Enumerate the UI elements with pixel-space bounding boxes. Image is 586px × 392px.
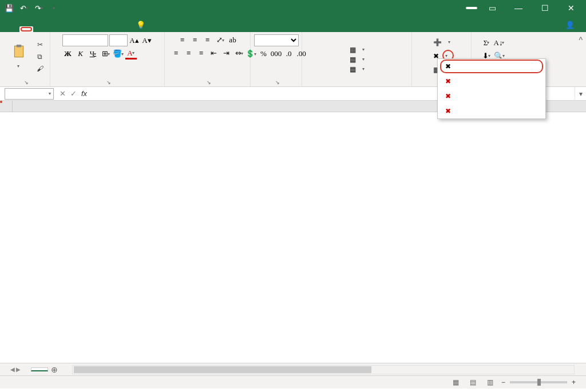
italic-button[interactable]: К bbox=[75, 48, 86, 60]
border-icon[interactable]: ⊞▾ bbox=[100, 48, 112, 60]
redo-icon[interactable]: ↷▾ bbox=[33, 2, 45, 14]
paste-button[interactable]: ▾ bbox=[5, 36, 33, 77]
minimize-icon[interactable]: — bbox=[507, 0, 530, 16]
svg-rect-1 bbox=[16, 45, 21, 47]
page-break-view-icon[interactable]: ▥ bbox=[484, 377, 497, 387]
align-bottom-icon[interactable]: ≡ bbox=[202, 34, 213, 46]
collapse-ribbon-icon[interactable]: ^ bbox=[575, 32, 586, 86]
delete-sheet-icon: ✖ bbox=[444, 106, 453, 116]
number-launcher-icon[interactable]: ↘ bbox=[275, 80, 280, 85]
increase-indent-icon[interactable]: ⇥ bbox=[221, 47, 232, 59]
login-button[interactable] bbox=[466, 7, 477, 9]
sheet-nav[interactable]: ◀ ▶ bbox=[0, 366, 31, 373]
group-number: 💲▾ % 000 .0 .00 ↘ bbox=[251, 32, 302, 86]
sheet-tab-bar: ◀ ▶ ⊕ bbox=[0, 363, 586, 375]
decrease-indent-icon[interactable]: ⇤ bbox=[208, 47, 220, 59]
conditional-formatting-button[interactable]: ▦▾ bbox=[350, 46, 365, 54]
align-right-icon[interactable]: ≡ bbox=[196, 47, 207, 59]
quick-access-toolbar: 💾 ↶▾ ↷▾ ▾ bbox=[3, 2, 60, 14]
group-clipboard: ▾ ✂ ⧉ 🖌 ↘ bbox=[0, 32, 50, 86]
format-painter-icon[interactable]: 🖌 bbox=[35, 64, 45, 74]
save-icon[interactable]: 💾 bbox=[3, 2, 15, 14]
tell-me[interactable]: 💡 bbox=[129, 18, 155, 32]
decrease-font-icon[interactable]: A▾ bbox=[141, 35, 153, 46]
format-as-table-button[interactable]: ▦▾ bbox=[350, 56, 365, 64]
delete-cols-menuitem[interactable]: ✖ bbox=[438, 89, 545, 104]
autosum-icon[interactable]: Σ▾ bbox=[481, 37, 492, 49]
delete-cells-icon: ✖ bbox=[444, 62, 453, 71]
number-format-select[interactable] bbox=[254, 34, 299, 46]
tab-view[interactable] bbox=[102, 26, 116, 32]
alignment-launcher-icon[interactable]: ↘ bbox=[207, 80, 211, 85]
zoom-slider[interactable] bbox=[510, 381, 567, 383]
insert-cells-icon: ➕ bbox=[433, 38, 442, 46]
maximize-icon[interactable]: ☐ bbox=[533, 0, 556, 16]
zoom-in-icon[interactable]: + bbox=[572, 378, 576, 386]
clipboard-launcher-icon[interactable]: ↘ bbox=[24, 80, 29, 85]
undo-icon[interactable]: ↶▾ bbox=[18, 2, 30, 14]
font-name-select[interactable] bbox=[62, 34, 108, 46]
comma-icon[interactable]: 000 bbox=[271, 48, 282, 60]
status-bar: ▦ ▤ ▥ − + bbox=[0, 375, 586, 389]
delete-menu: ✖ ✖ ✖ ✖ bbox=[437, 58, 546, 119]
cell-styles-button[interactable]: ▦▾ bbox=[350, 65, 365, 73]
share-button[interactable]: 👤 bbox=[557, 18, 586, 32]
tab-help[interactable] bbox=[116, 26, 129, 32]
tab-home[interactable] bbox=[19, 26, 33, 32]
tab-review[interactable] bbox=[88, 26, 102, 32]
close-icon[interactable]: ✕ bbox=[560, 0, 583, 16]
underline-button[interactable]: Ч▾ bbox=[88, 48, 99, 60]
insert-cells-button[interactable]: ➕▾ bbox=[431, 36, 453, 49]
horizontal-scrollbar[interactable] bbox=[72, 365, 575, 374]
align-center-icon[interactable]: ≡ bbox=[183, 47, 195, 59]
tab-formulas[interactable] bbox=[61, 26, 74, 32]
page-layout-view-icon[interactable]: ▤ bbox=[467, 377, 480, 387]
zoom-out-icon[interactable]: − bbox=[501, 378, 505, 386]
group-font: A▴ A▾ Ж К Ч▾ ⊞▾ 🪣▾ A▾ ↘ bbox=[50, 32, 165, 86]
tab-layout[interactable] bbox=[47, 26, 61, 32]
group-alignment: ≡ ≡ ≡ ⤢▾ ab ≡ ≡ ≡ ⇤ ⇥ ⇔▾ ↘ bbox=[165, 32, 251, 86]
wrap-text-icon[interactable]: ab bbox=[227, 34, 239, 46]
sheet-tab[interactable] bbox=[31, 367, 48, 371]
add-sheet-icon[interactable]: ⊕ bbox=[48, 365, 61, 374]
increase-decimal-icon[interactable]: .0 bbox=[283, 48, 295, 60]
title-bar: 💾 ↶▾ ↷▾ ▾ ▭ — ☐ ✕ bbox=[0, 0, 586, 16]
delete-sheet-menuitem[interactable]: ✖ bbox=[438, 104, 545, 118]
delete-rows-icon: ✖ bbox=[444, 77, 453, 86]
merge-icon[interactable]: ⇔▾ bbox=[233, 47, 245, 59]
percent-icon[interactable]: % bbox=[258, 48, 270, 60]
tab-data[interactable] bbox=[74, 26, 88, 32]
tab-file[interactable] bbox=[6, 26, 19, 32]
fill-color-icon[interactable]: 🪣▾ bbox=[113, 48, 124, 60]
align-left-icon[interactable]: ≡ bbox=[171, 47, 182, 59]
enter-formula-icon[interactable]: ✓ bbox=[70, 89, 77, 98]
cond-format-icon: ▦ bbox=[350, 46, 356, 54]
tab-insert[interactable] bbox=[33, 26, 47, 32]
increase-font-icon[interactable]: A▴ bbox=[129, 35, 140, 46]
delete-cells-menuitem[interactable]: ✖ bbox=[438, 59, 545, 74]
font-color-icon[interactable]: A▾ bbox=[125, 48, 137, 60]
font-size-select[interactable] bbox=[109, 34, 128, 46]
worksheet-grid bbox=[0, 101, 586, 363]
normal-view-icon[interactable]: ▦ bbox=[450, 377, 462, 387]
ribbon-options-icon[interactable]: ▭ bbox=[481, 0, 504, 16]
fx-icon[interactable]: fx bbox=[81, 89, 87, 98]
delete-rows-menuitem[interactable]: ✖ bbox=[438, 74, 545, 89]
group-styles: ▦▾ ▦▾ ▦▾ bbox=[302, 32, 412, 86]
sort-filter-icon[interactable]: A↓▾ bbox=[493, 37, 505, 49]
align-top-icon[interactable]: ≡ bbox=[177, 34, 188, 46]
name-box[interactable]: ▾ bbox=[5, 88, 54, 100]
orientation-icon[interactable]: ⤢▾ bbox=[215, 34, 226, 46]
qat-customize-icon[interactable]: ▾ bbox=[48, 2, 60, 14]
bold-button[interactable]: Ж bbox=[62, 48, 74, 60]
cut-icon[interactable]: ✂ bbox=[35, 39, 45, 50]
currency-icon[interactable]: 💲▾ bbox=[246, 48, 257, 60]
select-all-corner[interactable] bbox=[0, 101, 13, 112]
lightbulb-icon: 💡 bbox=[136, 21, 145, 29]
align-middle-icon[interactable]: ≡ bbox=[189, 34, 201, 46]
cancel-formula-icon[interactable]: ✕ bbox=[60, 89, 66, 98]
expand-formula-bar-icon[interactable]: ▾ bbox=[575, 87, 586, 101]
font-launcher-icon[interactable]: ↘ bbox=[106, 80, 111, 85]
copy-icon[interactable]: ⧉ bbox=[35, 52, 45, 62]
cell-styles-icon: ▦ bbox=[350, 65, 356, 73]
